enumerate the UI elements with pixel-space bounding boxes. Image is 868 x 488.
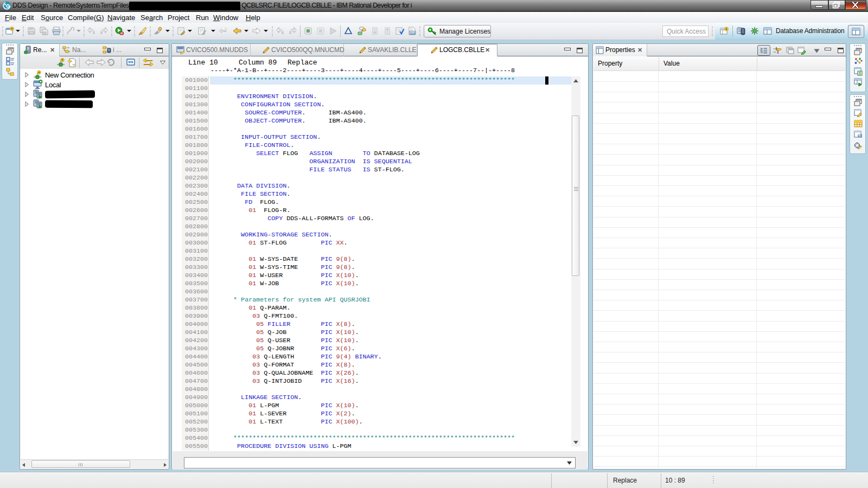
svg-text:010: 010: [410, 31, 416, 35]
